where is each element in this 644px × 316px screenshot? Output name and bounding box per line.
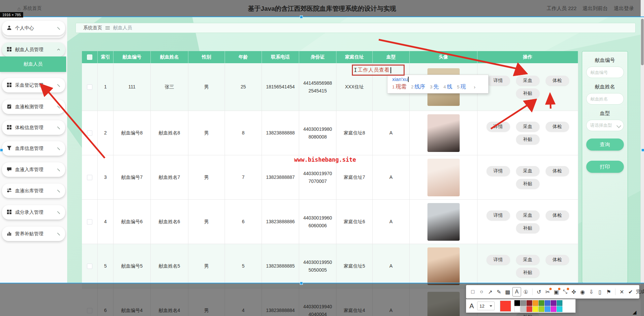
row-checkbox[interactable] <box>87 84 92 90</box>
ime-candidate[interactable]: 5现 <box>457 83 466 90</box>
palette-swatch[interactable] <box>545 300 550 306</box>
sidebar-item-label: 血液出库管理 <box>15 188 57 194</box>
row-checkbox[interactable] <box>87 219 92 225</box>
subsidy-button[interactable]: 补贴 <box>516 223 540 233</box>
subsidy-button[interactable]: 补贴 <box>516 179 540 189</box>
checkup-button[interactable]: 体检 <box>546 210 569 221</box>
palette-swatch[interactable] <box>533 306 538 312</box>
collect-blood-button[interactable]: 采血 <box>516 122 540 132</box>
palette-swatch[interactable] <box>520 300 526 306</box>
detail-button[interactable]: 详情 <box>487 166 510 176</box>
pen-tool-icon[interactable]: ✎ <box>495 287 503 296</box>
exit-to-front-link[interactable]: 退出到前台 <box>583 5 608 12</box>
donor-name-input[interactable] <box>586 93 624 105</box>
device-icon[interactable]: ▯ <box>596 287 604 296</box>
sidebar-item-active-donor[interactable]: 献血人员 <box>0 56 66 72</box>
sidebar-item[interactable]: 采血登记管理 <box>2 78 65 92</box>
header-user-area: 工作人员 222 退出到前台 退出登录 <box>547 5 634 12</box>
detail-button[interactable]: 详情 <box>487 122 510 132</box>
sidebar-item[interactable]: 成分录入管理 <box>2 205 65 220</box>
checkup-button[interactable]: 体检 <box>546 122 569 132</box>
palette-swatch[interactable] <box>539 306 544 312</box>
undo-icon[interactable]: ↺ <box>535 287 543 296</box>
scrollbar-thumb[interactable] <box>641 19 644 65</box>
select-all-checkbox[interactable] <box>87 54 92 60</box>
pin-icon[interactable]: ✜ <box>570 287 578 296</box>
detail-button[interactable]: 详情 <box>487 76 510 86</box>
collect-blood-button[interactable]: 采血 <box>516 166 540 176</box>
cut-icon[interactable]: ✂ <box>544 287 552 296</box>
check-icon[interactable]: ✔ <box>627 287 635 296</box>
palette-swatch[interactable] <box>526 300 532 306</box>
detail-button[interactable]: 详情 <box>487 255 510 265</box>
checkup-button[interactable]: 体检 <box>546 76 569 86</box>
download-icon[interactable]: ⇩ <box>587 287 595 296</box>
resize-icon[interactable]: ⤡ <box>561 287 569 296</box>
step-number-tool-icon[interactable]: ① <box>522 287 530 296</box>
mosaic-tool-icon[interactable]: ▩ <box>504 287 512 296</box>
palette-swatch[interactable] <box>557 306 562 312</box>
checkup-button[interactable]: 体检 <box>546 255 569 265</box>
query-button[interactable]: 查询 <box>586 139 624 151</box>
ellipse-tool-icon[interactable]: ○ <box>477 287 486 296</box>
ime-candidate[interactable]: 1现需 <box>392 83 406 90</box>
palette-swatch[interactable] <box>557 300 562 306</box>
sidebar-item[interactable]: 血液入库管理 <box>2 162 65 177</box>
cell-index: 4 <box>98 200 113 244</box>
text-tool-icon[interactable]: A <box>512 287 521 297</box>
bookmark-icon[interactable]: ⚑ <box>605 287 613 296</box>
collect-blood-button[interactable]: 采血 <box>516 255 540 265</box>
palette-swatch[interactable] <box>520 306 526 312</box>
collect-blood-button[interactable]: 采血 <box>516 76 540 86</box>
current-color-swatch[interactable] <box>500 301 511 312</box>
palette-swatch[interactable] <box>514 300 520 306</box>
ime-candidate[interactable]: 4线 <box>444 83 452 90</box>
sidebar-item[interactable]: 个人中心 <box>2 21 65 35</box>
sidebar-item[interactable]: 献血人员管理 <box>2 42 65 57</box>
selection-size-label: 1916 × 785 <box>0 12 23 17</box>
palette-swatch[interactable] <box>551 300 556 306</box>
selection-bottom-edge[interactable] <box>0 283 644 283</box>
sidebar-item[interactable]: 血液出库管理 <box>2 184 65 198</box>
sidebar-item[interactable]: 血液检测管理 <box>2 100 65 114</box>
print-button[interactable]: 打印 <box>586 161 624 173</box>
subsidy-button[interactable]: 补贴 <box>516 268 540 278</box>
sidebar-item-label: 献血人员管理 <box>15 47 57 53</box>
ime-candidate[interactable]: 2线序 <box>411 83 425 90</box>
logout-link[interactable]: 退出登录 <box>614 5 634 12</box>
ocr-icon[interactable]: ▣ <box>552 287 560 296</box>
close-icon[interactable]: ✕ <box>618 287 626 296</box>
palette-swatch[interactable] <box>539 300 544 306</box>
row-checkbox[interactable] <box>87 264 92 269</box>
font-size-dropdown[interactable]: 12 <box>477 302 495 310</box>
sidebar-item[interactable]: 营养补贴管理 <box>2 227 65 241</box>
breadcrumb-home[interactable]: 系统首页 <box>83 25 102 31</box>
palette-swatch[interactable] <box>551 306 556 312</box>
detail-button[interactable]: 详情 <box>487 210 510 221</box>
ime-candidate[interactable]: 3先 <box>430 83 439 90</box>
record-icon[interactable]: ◉ <box>579 287 587 296</box>
selection-top-edge[interactable] <box>0 16 644 17</box>
arrow-tool-icon[interactable]: ↗ <box>486 287 494 296</box>
selection-handle[interactable] <box>0 149 3 152</box>
palette-swatch[interactable] <box>526 306 532 312</box>
palette-swatch[interactable] <box>533 300 538 306</box>
palette-swatch[interactable] <box>514 306 520 312</box>
rect-tool-icon[interactable]: □ <box>469 287 477 296</box>
done-label[interactable]: 完成 <box>636 289 644 295</box>
subsidy-button[interactable]: 补贴 <box>516 134 540 145</box>
sidebar-item[interactable]: 血库信息管理 <box>2 141 65 156</box>
sidebar-item[interactable]: 体检信息管理 <box>2 120 65 135</box>
blood-type-select[interactable]: 请选择血型 <box>586 120 624 131</box>
donor-no-input[interactable] <box>586 67 624 78</box>
selection-handle[interactable] <box>300 282 303 285</box>
palette-swatch[interactable] <box>545 306 550 312</box>
checkup-button[interactable]: 体检 <box>546 166 569 176</box>
row-checkbox[interactable] <box>87 130 92 136</box>
selection-handle[interactable] <box>641 149 644 152</box>
subsidy-button[interactable]: 补贴 <box>516 88 540 98</box>
collect-blood-button[interactable]: 采血 <box>516 210 540 221</box>
selection-handle[interactable] <box>300 15 303 18</box>
row-checkbox[interactable] <box>87 175 92 180</box>
ime-next-page-icon[interactable]: › <box>474 84 475 90</box>
